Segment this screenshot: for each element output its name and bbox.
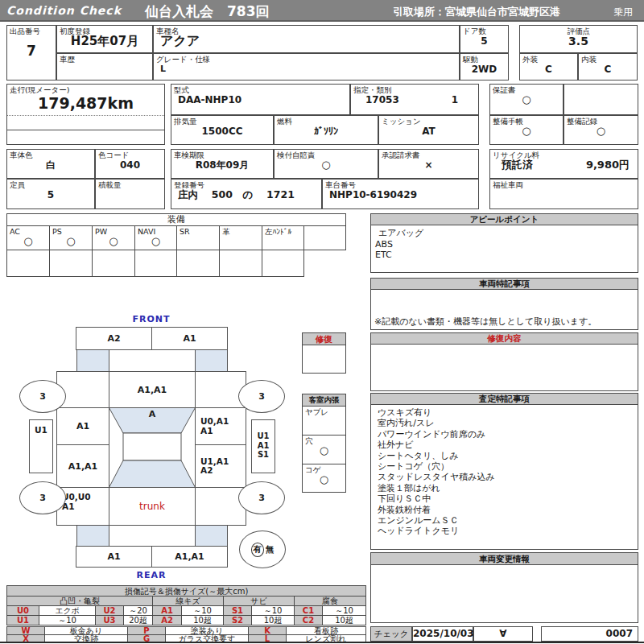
trunk-panel: trunk (109, 487, 196, 526)
displacement-cell: 排気量 1500CC (171, 115, 274, 145)
assessment-item: 外装鉄粉付着 (378, 505, 634, 515)
maintenance-book-cell: 整備手帳 ○ (489, 115, 564, 145)
legend-desc: 10超 (181, 615, 224, 625)
registration-number-cell: 登録番号 庄内 500 の 1721 (171, 179, 322, 209)
capacity-cell: 定員 5 (6, 179, 95, 209)
equipment-cell-pw: PW ○ (92, 225, 135, 250)
type-number: 17053 (365, 94, 399, 105)
recycle-status: 預託済 (502, 159, 533, 171)
fuel-cell: 燃料 ｶﾞｿﾘﾝ (274, 115, 378, 145)
left-front-fender: A1 (56, 407, 109, 445)
chassis-number-cell: 車台番号 NHP10-6190429 (322, 179, 479, 209)
equipment-cell-leather: 革 (219, 225, 262, 250)
assessment-item: 下回りＳＣ中 (378, 493, 634, 504)
assessment-item: 塗装１部はがれ (378, 483, 634, 493)
first-registration-cell: 初度登録 H25年07月 (56, 25, 153, 53)
left-door: A1,A1 (56, 444, 109, 488)
appeal-item: ABS (375, 239, 634, 250)
headlight-right (195, 349, 228, 372)
appeal-item: エアバッグ (375, 228, 634, 239)
color-code-cell: 色コード 040 (95, 149, 165, 179)
special-notes-text: ※記載のない書類・機器等は無しとして取り扱います。 (374, 316, 597, 328)
equipment-row2-cell (176, 250, 220, 277)
legend-desc: 20超 (123, 615, 153, 625)
legend-code: A2 (152, 615, 182, 625)
interior-panel-box: 客室内張 ヤブレ 穴 ○ コゲ ○ (302, 394, 346, 493)
equipment-cell-sr: SR (176, 225, 220, 250)
recycle-fee-cell: リサイクル料 預託済 9,980円 (489, 149, 638, 179)
load-cell: 積載量 (95, 179, 165, 209)
sheet-number-cell: 0007 (541, 626, 638, 642)
diagram-rear-label: REAR (121, 570, 182, 580)
rear-window-shape (109, 460, 196, 488)
front-bumper-right: A1 (151, 327, 228, 350)
assessment-item: シートヘタリ、しみ (378, 451, 634, 461)
auction-sheet: Condition Check 仙台入札会 783回 引取場所：宮城県仙台市宮城… (0, 0, 644, 644)
equipment-cell-navi: NAVI ○ (134, 225, 177, 250)
class-number: 1 (452, 94, 458, 105)
assessment-notes-box: 査定特記事項 ウスキズ有り 室内汚れ/スレ パワーウインドウ前席のみ 社外ナビ … (370, 393, 638, 550)
interior-panel-tear-cell: ヤブレ (303, 407, 345, 436)
legend-code: C2 (294, 615, 323, 625)
legend-code: U3 (95, 615, 124, 625)
header-bar: Condition Check 仙台入札会 783回 引取場所：宮城県仙台市宮城… (0, 0, 644, 22)
trunk-label: trunk (139, 501, 165, 512)
history-cell: 車歴 (56, 53, 153, 80)
wheel-rear-right: 3 (238, 481, 285, 514)
welfare-cell: 福祉車両 (489, 179, 638, 209)
equipment-row2-cell (49, 250, 93, 277)
maintenance-record-cell: 整備記録 ○ (564, 115, 638, 145)
score-cell: 評価点 3.5 (519, 25, 638, 53)
odometer-divider-dotted (7, 115, 164, 116)
spare-none: 無 (266, 544, 275, 555)
wheel-front-left: 3 (19, 380, 66, 413)
drive-cell: 駆動 2WD (460, 53, 509, 80)
change-info-box: 車両変更情報 (370, 552, 638, 623)
rear-bumper-left: A1 (76, 546, 152, 568)
spare-tire-marker: 有 無 (239, 530, 286, 568)
mission-cell: ミッション AT (378, 115, 479, 145)
recycle-amount: 9,980円 (586, 159, 630, 171)
equipment-cell-ps: PS ○ (49, 225, 93, 250)
assessment-item: ヘッドライトクモリ (378, 526, 634, 536)
assessment-item: エンジンルームＳＣ (378, 515, 634, 526)
spare-has-circled: 有 (251, 543, 265, 557)
equipment-row2-cell (262, 250, 304, 277)
wheel-rear-left: 3 (19, 481, 66, 514)
equipment-cell-ac: AC ○ (6, 225, 50, 250)
empty-cell (564, 84, 638, 115)
legend-desc: ～10 (39, 615, 96, 625)
inspection-cell: 車検期限 R08年09月 (171, 149, 274, 179)
diagram-front-label: FRONT (121, 314, 182, 324)
lot-number-cell: 出品番号 7 (6, 25, 56, 80)
odometer-value: 179,487km (7, 94, 164, 112)
odometer-cell: 走行(現メーター) 179,487km (6, 84, 165, 145)
headlight-left (76, 349, 109, 372)
auction-title: 仙台入札会 783回 (145, 2, 270, 21)
score-value: 3.5 (520, 35, 637, 47)
assessment-item: ウスキズ有り (378, 407, 634, 418)
equipment-row2-cell (219, 250, 262, 277)
interior-grade-cell: 内装 C (578, 53, 638, 80)
roof-shape (123, 433, 181, 460)
wheel-front-right: 3 (238, 380, 285, 413)
legend-title: 損傷記号＆損傷サイズ(～最大cm) (6, 585, 366, 597)
hood: A1,A1 (109, 371, 196, 408)
check-inspector-cell: ∀ (473, 626, 533, 642)
right-front-corner-panel (195, 371, 246, 408)
equipment-row2-cell (92, 250, 135, 277)
appeal-item: ETC (375, 250, 634, 261)
right-front-fender: U0,A1 A1 (195, 407, 246, 445)
body-color-cell: 車体色 白 (6, 149, 95, 179)
repair-flag-box: 修復 (302, 332, 346, 374)
grade-cell: グレード・仕様 L (153, 53, 460, 80)
legend-code: U1 (6, 615, 39, 625)
special-notes-box: 車両特記事項 ※記載のない書類・機器等は無しとして取り扱います。 (370, 278, 638, 330)
doors-cell: ドア数 5 (460, 25, 509, 53)
appeal-points-box: アピールポイント エアバッグ ABS ETC (370, 213, 638, 273)
right-sill: U1 A1 S1 (251, 419, 275, 473)
front-bumper-left: A2 (76, 327, 152, 350)
equipment-row2-cell (6, 250, 50, 277)
assessment-item: シートコゲ（穴） (378, 461, 634, 472)
warranty-cell: 保証書 ○ (489, 84, 564, 115)
